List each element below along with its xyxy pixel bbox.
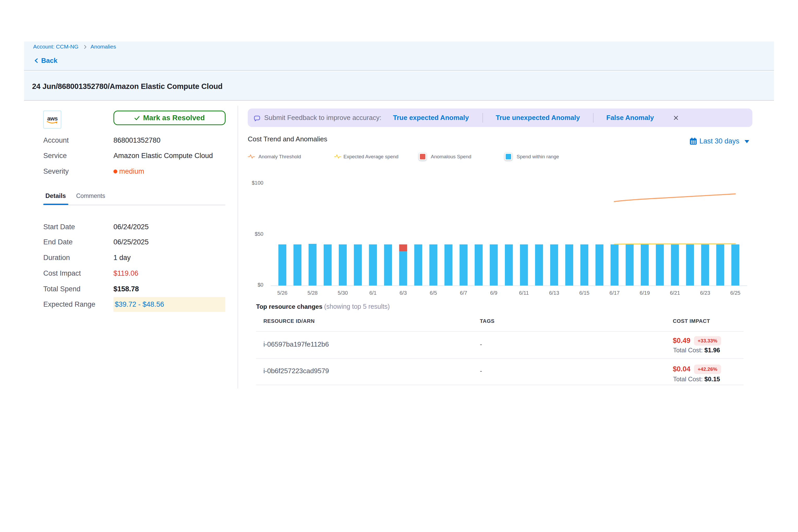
svg-text:6/25: 6/25 xyxy=(730,290,740,296)
svg-text:6/1: 6/1 xyxy=(369,290,377,296)
svg-text:6/23: 6/23 xyxy=(700,290,710,296)
svg-text:6/5: 6/5 xyxy=(430,290,437,296)
svg-text:5/26: 5/26 xyxy=(277,290,287,296)
svg-text:5/30: 5/30 xyxy=(338,290,348,296)
svg-text:6/9: 6/9 xyxy=(490,290,497,296)
svg-text:$50: $50 xyxy=(255,231,263,237)
svg-text:6/15: 6/15 xyxy=(579,290,589,296)
svg-text:$0: $0 xyxy=(258,282,263,288)
svg-text:6/7: 6/7 xyxy=(460,290,467,296)
svg-text:6/21: 6/21 xyxy=(670,290,680,296)
svg-text:aws: aws xyxy=(47,115,58,122)
svg-text:6/3: 6/3 xyxy=(400,290,407,296)
svg-text:6/11: 6/11 xyxy=(519,290,529,296)
svg-text:5/28: 5/28 xyxy=(307,290,318,296)
svg-text:$100: $100 xyxy=(252,180,264,186)
svg-text:6/13: 6/13 xyxy=(549,290,559,296)
svg-text:6/19: 6/19 xyxy=(640,290,650,296)
svg-text:6/17: 6/17 xyxy=(609,290,620,296)
